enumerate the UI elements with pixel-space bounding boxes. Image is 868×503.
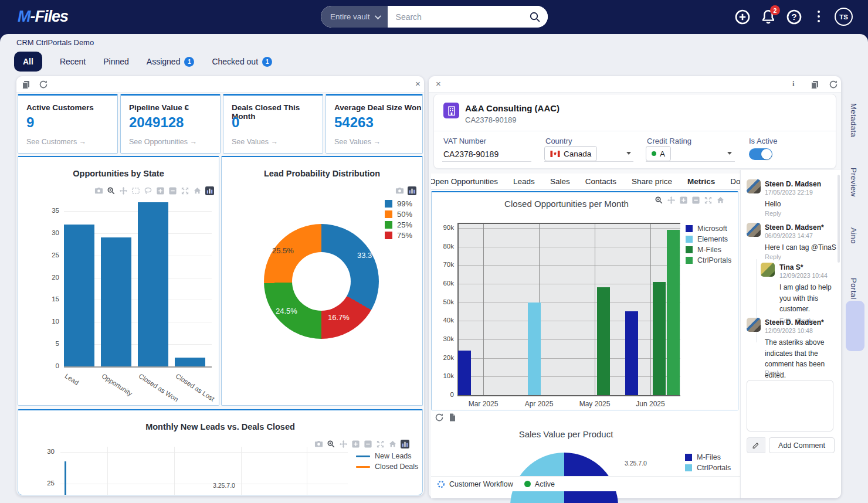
avatar[interactable] — [747, 223, 761, 237]
side-tab-preview[interactable]: Preview — [849, 168, 858, 197]
lasso-icon[interactable] — [144, 186, 152, 195]
tab-sales[interactable]: Sales — [550, 177, 570, 186]
dashboard-panel: × Active Customers 9 See Customers → Pip… — [16, 76, 424, 496]
add-comment-button[interactable]: Add Comment — [769, 437, 835, 453]
pan-icon[interactable] — [667, 196, 676, 205]
plotly-logo[interactable] — [408, 186, 416, 195]
dropdown-caret[interactable] — [626, 152, 631, 155]
tab-share-price[interactable]: Share price — [632, 177, 672, 186]
close-icon[interactable]: × — [415, 78, 421, 90]
zoom-out-icon[interactable] — [364, 440, 372, 448]
tab-open-opportunities[interactable]: Open Opportunities — [431, 177, 498, 186]
copy-icon[interactable] — [21, 80, 30, 89]
camera-icon[interactable] — [94, 186, 103, 195]
avatar[interactable] — [761, 263, 775, 277]
workflow-state[interactable]: Active — [535, 480, 555, 488]
kpi-link[interactable]: See Values → — [232, 138, 278, 146]
zoom-icon[interactable] — [107, 186, 116, 195]
reply-link[interactable]: Reply — [765, 210, 781, 217]
home-icon[interactable] — [716, 196, 725, 205]
info-icon[interactable]: i — [792, 79, 795, 89]
pan-icon[interactable] — [339, 440, 348, 448]
avatar[interactable] — [747, 179, 761, 193]
active-state-dot — [524, 481, 531, 487]
refresh-icon[interactable] — [435, 413, 444, 422]
mfiles-logo[interactable]: M-Files — [18, 8, 68, 26]
scrollbar[interactable] — [838, 175, 840, 263]
side-tab-aino[interactable]: Aino — [849, 227, 858, 244]
plotly-logo[interactable] — [205, 186, 214, 195]
search-button[interactable] — [522, 6, 548, 28]
lead-probability-chart: Lead Probability Distribution 99% 50% 25… — [221, 156, 423, 406]
reply-link[interactable]: Reply — [765, 369, 781, 376]
side-tab-portal[interactable]: Portal — [849, 278, 858, 300]
plotly-logo[interactable] — [401, 440, 409, 448]
search-input[interactable] — [388, 6, 522, 28]
autoscale-icon[interactable] — [704, 196, 713, 205]
workflow-name[interactable]: Customer Workflow — [449, 480, 513, 488]
help-icon[interactable] — [786, 9, 802, 25]
kpi-link[interactable]: See Customers → — [26, 138, 86, 146]
zoom-icon[interactable] — [655, 196, 663, 205]
tab-documents[interactable]: Documents — [730, 177, 740, 186]
reply-link[interactable]: Reply — [765, 253, 781, 260]
tab-pinned[interactable]: Pinned — [103, 57, 129, 66]
home-icon[interactable] — [193, 186, 202, 195]
x-label: Opportunity — [100, 372, 133, 397]
search-icon — [529, 11, 541, 23]
kpi-link[interactable]: See Values → — [334, 138, 381, 146]
user-avatar[interactable]: TS — [835, 8, 853, 26]
search-scope-dropdown[interactable]: Entire vault — [321, 6, 388, 28]
tab-recent[interactable]: Recent — [60, 57, 86, 66]
zoom-in-icon[interactable] — [156, 186, 165, 195]
tab-metrics[interactable]: Metrics — [687, 177, 715, 186]
kebab-menu-icon[interactable] — [816, 11, 821, 22]
close-icon[interactable]: × — [436, 78, 441, 90]
building-icon — [443, 103, 459, 118]
chart-legend: MicrosoftElementsM-FilesCtrlPortals — [686, 224, 731, 266]
autoscale-icon[interactable] — [376, 440, 385, 448]
pencil-icon[interactable] — [747, 437, 765, 453]
zoom-icon[interactable] — [327, 440, 335, 448]
dropdown-caret[interactable] — [727, 152, 732, 155]
comment-input[interactable] — [747, 380, 833, 431]
autoscale-icon[interactable] — [181, 186, 189, 195]
camera-icon[interactable] — [395, 186, 404, 195]
kpi-title: Active Customers — [26, 103, 94, 112]
country-select[interactable]: Canada — [544, 146, 597, 161]
tab-all[interactable]: All — [14, 52, 42, 72]
x-label: Mar 2025 — [464, 400, 502, 408]
copy-icon[interactable] — [810, 80, 819, 89]
pan-icon[interactable] — [119, 186, 128, 195]
zoom-in-icon[interactable] — [679, 196, 688, 205]
export-icon[interactable] — [447, 413, 457, 422]
comment-date: 12/09/2023 10:48 — [765, 327, 813, 334]
tab-leads[interactable]: Leads — [513, 177, 535, 186]
kpi-link[interactable]: See Opportunities → — [129, 138, 197, 146]
field-label-country: Country — [545, 137, 572, 145]
camera-icon[interactable] — [314, 440, 323, 448]
kpi-title: Deals Closed This Month — [232, 103, 323, 121]
kpi-value: 9 — [26, 114, 34, 131]
zoom-out-icon[interactable] — [691, 196, 700, 205]
tab-checked-out[interactable]: Checked out1 — [212, 57, 272, 67]
refresh-icon[interactable] — [829, 80, 838, 89]
avatar[interactable] — [747, 318, 761, 332]
refresh-icon[interactable] — [39, 80, 48, 89]
zoom-in-icon[interactable] — [351, 440, 360, 448]
tab-contacts[interactable]: Contacts — [585, 177, 616, 186]
detail-content: Open Opportunities Leads Sales Contacts … — [431, 174, 740, 498]
is-active-toggle[interactable] — [749, 148, 772, 160]
tab-assigned[interactable]: Assigned1 — [147, 57, 195, 67]
home-icon[interactable] — [388, 440, 397, 448]
chart-legend: 99% 50% 25% 75% — [385, 199, 412, 241]
legend-swatch — [385, 221, 392, 229]
field-value-vat[interactable]: CA2378-90189 — [443, 149, 499, 159]
create-new-icon[interactable] — [734, 9, 751, 25]
side-tab-metadata[interactable]: Metadata — [849, 103, 858, 137]
comment-text: I am glad to help you with this customer… — [779, 282, 836, 315]
credit-rating-select[interactable]: A — [646, 146, 671, 161]
x-label: Lead — [63, 372, 80, 386]
box-select-icon[interactable] — [131, 186, 140, 195]
zoom-out-icon[interactable] — [168, 186, 177, 195]
